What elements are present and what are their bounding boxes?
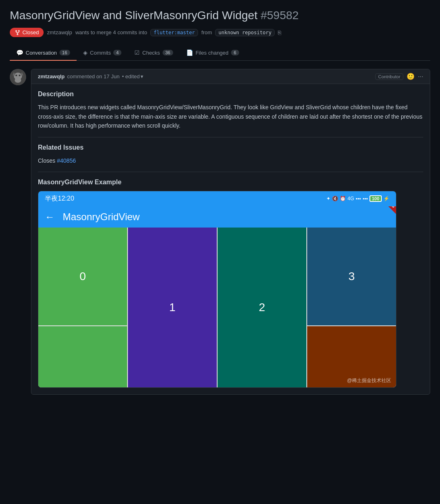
bluetooth-icon: ✦ [326,196,330,201]
masonry-col-1: 1 [128,228,217,387]
avatar-svg [10,69,26,85]
chevron-down-icon: ▾ [141,73,143,80]
source-repo-tag[interactable]: unknown repository [215,29,275,36]
more-options-button[interactable]: ··· [418,73,423,80]
phone-time: 半夜12:20 [45,195,74,203]
checks-tab-label: Checks [142,50,160,56]
checks-tab-badge: 36 [163,50,173,55]
alarm-icon: ⏰ [340,196,346,201]
comment-header-right: Contributor 🙂 ··· [375,73,423,80]
signal-4g: 4G [348,196,354,201]
conversation-tab-badge: 16 [59,50,70,55]
comment-action-date: commented on 17 Jun [67,73,120,80]
edited-label: • edited [122,73,140,80]
meta-from: from [201,29,212,35]
back-arrow-icon[interactable]: ← [45,211,55,223]
tab-conversation[interactable]: 💬 Conversation 16 [10,45,77,61]
masonry-columns: 0 1 2 [38,228,396,387]
phone-appbar: ← MasonryGridView [38,206,396,228]
svg-point-2 [15,78,21,83]
pr-title: MasonryGridView and SliverMasonryGrid Wi… [10,8,430,23]
signal-bars-2: ▪▪▪ [363,196,368,201]
content-area: zmtzawqlp commented on 17 Jun • edited ▾… [10,61,430,411]
base-branch-tag[interactable]: flutter:master [150,29,198,36]
commits-tab-badge: 4 [113,50,121,55]
example-section: MasonryGridView Example 半夜12:20 ✦ 🔇 ⏰ [38,179,423,388]
tab-files-changed[interactable]: 📄 Files changed 6 [180,45,246,61]
divider-2 [38,172,423,172]
pr-meta: Closed zmtzawqlp wants to merge 4 commit… [10,28,430,37]
issue-link[interactable]: #40856 [57,157,76,164]
files-changed-tab-badge: 6 [231,50,239,55]
comment-header-left: zmtzawqlp commented on 17 Jun • edited ▾ [38,73,143,80]
contributor-badge: Contributor [375,73,403,80]
masonry-grid-area: 0 1 2 [38,228,396,387]
svg-point-3 [15,75,17,76]
related-issues-heading: Related Issues [38,144,423,151]
closes-label: Closes [38,157,55,164]
appbar-title: MasonryGridView [63,211,140,223]
comment-action: commented on [67,73,102,80]
conversation-tab-label: Conversation [26,50,57,56]
tab-commits[interactable]: ◈ Commits 4 [77,45,128,61]
divider [38,137,423,137]
files-changed-tab-label: Files changed [196,50,229,56]
conversation-tab-icon: 💬 [16,49,23,56]
phone-status-bar: 半夜12:20 ✦ 🔇 ⏰ 4G ▪▪▪ ▪▪▪ 100 ⚡ [38,191,396,206]
comment-content: Description This PR introduces new widge… [31,84,430,394]
page-wrapper: MasonryGridView and SliverMasonryGrid Wi… [0,0,440,419]
appbar-container: ← MasonryGridView DEBUG [38,206,396,228]
grid-cell-3: 3 [307,228,396,325]
edited-dropdown[interactable]: • edited ▾ [122,73,143,80]
masonry-col-2: 2 [218,228,306,387]
masonry-col-0: 0 [38,228,127,387]
merge-icon [15,30,20,35]
tab-checks[interactable]: ☑ Checks 36 [128,45,180,61]
status-text: Closed [22,29,39,35]
debug-banner: DEBUG [363,206,396,239]
battery-indicator: 100 [370,195,382,202]
grid-cell-1: 1 [128,228,217,387]
comment-date: 17 Jun [103,73,119,80]
meta-author: zmtzawqlp [47,29,72,35]
example-heading: MasonryGridView Example [38,179,423,186]
comment-header: zmtzawqlp commented on 17 Jun • edited ▾… [31,69,430,84]
grid-cell-0: 0 [38,228,127,325]
tabs-bar: 💬 Conversation 16 ◈ Commits 4 ☑ Checks 3… [10,45,430,61]
comment-author[interactable]: zmtzawqlp [38,73,65,80]
grid-cell-4 [38,326,127,387]
pr-number: #59582 [261,9,299,22]
comment-block: zmtzawqlp commented on 17 Jun • edited ▾… [10,69,430,395]
grid-cell-2: 2 [218,228,306,387]
emoji-button[interactable]: 🙂 [407,73,415,80]
files-changed-tab-icon: 📄 [186,49,193,56]
signal-bars-1: ▪▪▪ [356,196,361,201]
closes-text: Closes #40856 [38,156,423,165]
commits-tab-icon: ◈ [83,49,88,56]
phone-status-icons: ✦ 🔇 ⏰ 4G ▪▪▪ ▪▪▪ 100 ⚡ [326,195,389,202]
debug-label: DEBUG [374,206,396,217]
phone-mockup: 半夜12:20 ✦ 🔇 ⏰ 4G ▪▪▪ ▪▪▪ 100 ⚡ [38,191,396,388]
pr-title-text: MasonryGridView and SliverMasonryGrid Wi… [10,9,257,22]
description-heading: Description [38,91,423,98]
avatar-image [10,69,26,85]
charging-icon: ⚡ [383,196,389,201]
description-text: This PR introduces new widgets called Ma… [38,103,423,130]
checks-tab-icon: ☑ [134,49,140,56]
comment-body: zmtzawqlp commented on 17 Jun • edited ▾… [31,69,430,395]
commits-tab-label: Commits [90,50,111,56]
svg-point-4 [19,75,20,76]
watermark-text: @稀土掘金技术社区 [347,377,391,384]
masonry-col-3: 3 [307,228,396,387]
copy-icon[interactable]: ⎘ [278,29,281,36]
avatar [10,69,26,85]
status-badge: Closed [10,28,44,37]
meta-merge-info: wants to merge 4 commits into [75,29,147,35]
mute-icon: 🔇 [332,196,338,201]
